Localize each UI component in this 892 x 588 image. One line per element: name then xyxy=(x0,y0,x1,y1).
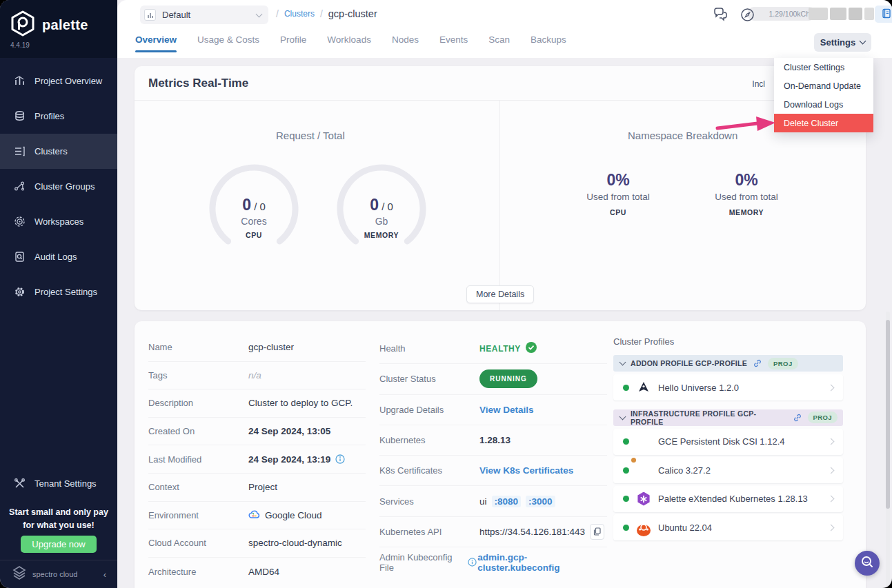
row-label: Last Modified xyxy=(148,454,248,465)
tab-usage-costs[interactable]: Usage & Costs xyxy=(197,28,259,54)
row-label: Kubernetes API xyxy=(379,527,479,537)
profile-group-title: INFRASTRUCTURE PROFILE GCP-PROFILE xyxy=(631,409,787,426)
user-menu-redacted[interactable] xyxy=(849,8,862,20)
tab-backups[interactable]: Backups xyxy=(531,28,566,54)
chevron-right-icon xyxy=(828,384,835,391)
service-port-link[interactable]: :8080 xyxy=(492,496,522,507)
memory-request-value: 0 xyxy=(370,196,379,214)
settings-dropdown: Cluster Settings On-Demand Update Downlo… xyxy=(774,58,873,132)
status-dot xyxy=(623,525,629,531)
meta-row-modified: Last Modified 24 Sep 2024, 13:19 xyxy=(148,445,366,474)
profile-group-addon[interactable]: ADDON PROFILE GCP-PROFILE PROJ xyxy=(613,355,843,372)
hello-universe-icon xyxy=(637,381,651,394)
row-label: Admin Kubeconfig File xyxy=(379,552,464,573)
kubeconfig-download-link[interactable]: admin.gcp-cluster.kubeconfig xyxy=(477,552,607,573)
pack-row-pxk[interactable]: Palette eXtended Kubernetes 1.28.13 xyxy=(613,486,843,512)
settings-button-label: Settings xyxy=(820,37,855,48)
sidebar-item-audit-logs[interactable]: Audit Logs xyxy=(0,239,117,274)
compass-icon[interactable] xyxy=(740,8,755,22)
sidebar-item-tenant-settings[interactable]: Tenant Settings xyxy=(0,467,117,499)
chevron-right-icon xyxy=(828,438,835,445)
health-value: HEALTHY xyxy=(479,344,521,354)
page-scrollbar-thumb[interactable] xyxy=(886,320,890,509)
metrics-title: Metrics Real-Time xyxy=(148,77,248,90)
clusters-icon xyxy=(14,145,26,157)
view-details-link[interactable]: View Details xyxy=(479,405,534,415)
network-icon xyxy=(14,181,26,192)
tab-events[interactable]: Events xyxy=(439,28,468,54)
user-menu-redacted[interactable] xyxy=(830,8,846,20)
cluster-tabs: Overview Usage & Costs Profile Workloads… xyxy=(135,28,566,54)
tab-nodes[interactable]: Nodes xyxy=(392,28,419,54)
pack-row-gce-disk[interactable]: GCE Persistent Disk CSI 1.12.4 xyxy=(613,429,843,455)
row-label: Context xyxy=(148,482,248,492)
sidebar-item-label: Project Overview xyxy=(34,76,102,86)
settings-button[interactable]: Settings xyxy=(814,33,871,52)
tab-workloads[interactable]: Workloads xyxy=(327,28,371,54)
service-port-link[interactable]: :3000 xyxy=(526,496,555,507)
row-value: 24 Sep 2024, 13:19 xyxy=(248,454,330,465)
cluster-profiles-panel: Cluster Profiles ADDON PROFILE GCP-PROFI… xyxy=(613,336,843,543)
project-chart-icon xyxy=(144,9,156,21)
status-row-kubeconfig: Admin Kubeconfig File admin.gcp-cluster.… xyxy=(379,547,607,578)
chevron-down-icon xyxy=(620,413,626,420)
info-icon[interactable] xyxy=(468,558,477,567)
namespace-memory-stat: 0% Used from total MEMORY xyxy=(691,171,802,216)
cluster-profiles-heading: Cluster Profiles xyxy=(613,336,843,347)
pack-name: Ubuntu 22.04 xyxy=(658,523,821,533)
sidebar-item-project-overview[interactable]: Project Overview xyxy=(0,63,117,99)
meta-row-created: Created On 24 Sep 2024, 13:05 xyxy=(148,418,366,446)
row-value: Project xyxy=(248,482,277,492)
app-window: palette 4.4.19 Project Overview Profiles… xyxy=(0,0,892,588)
pack-row-hello-universe[interactable]: Hello Universe 1.2.0 xyxy=(613,374,843,401)
sidebar-item-clusters[interactable]: Clusters xyxy=(0,134,117,169)
sidebar-item-cluster-groups[interactable]: Cluster Groups xyxy=(0,169,117,204)
status-row-api: Kubernetes API https://34.54.126.181:443 xyxy=(379,517,607,547)
sidebar-item-workspaces[interactable]: Workspaces xyxy=(0,204,117,239)
namespace-memory-caption: MEMORY xyxy=(691,208,802,216)
row-label: Environment xyxy=(148,510,248,520)
pack-name: GCE Persistent Disk CSI 1.12.4 xyxy=(658,436,821,447)
meta-row-description: Description Cluster to deploy to GCP. xyxy=(148,389,366,418)
tab-scan[interactable]: Scan xyxy=(488,28,510,54)
project-selector[interactable]: Default xyxy=(140,6,268,24)
sidebar-item-project-settings[interactable]: Project Settings xyxy=(0,274,117,310)
tab-profile[interactable]: Profile xyxy=(280,28,306,54)
pack-row-ubuntu[interactable]: Ubuntu 22.04 xyxy=(613,514,843,540)
status-row-kubernetes: Kubernetes 1.28.13 xyxy=(379,425,607,456)
status-row-health: Health HEALTHY xyxy=(379,334,607,364)
palette-logo-icon xyxy=(9,10,37,40)
view-certificates-link[interactable]: View K8s Certificates xyxy=(479,465,573,476)
upgrade-now-button[interactable]: Upgrade now xyxy=(21,536,97,553)
copy-icon[interactable] xyxy=(590,524,604,540)
info-icon[interactable] xyxy=(335,454,345,464)
feedback-chat-icon[interactable] xyxy=(712,6,729,23)
help-widget-button[interactable] xyxy=(855,551,880,576)
breadcrumb-separator: / xyxy=(320,8,323,19)
audit-doc-icon xyxy=(14,251,26,263)
pack-row-calico[interactable]: Calico 3.27.2 xyxy=(613,457,843,483)
profile-group-infrastructure[interactable]: INFRASTRUCTURE PROFILE GCP-PROFILE PROJ xyxy=(613,409,843,426)
docs-button[interactable]: Docs xyxy=(875,6,892,23)
more-details-button[interactable]: More Details xyxy=(466,285,534,303)
memory-total-value: / 0 xyxy=(381,201,393,212)
menu-item-cluster-settings[interactable]: Cluster Settings xyxy=(774,58,873,77)
top-header: Default / Clusters / gcp-cluster 1.29/10… xyxy=(117,0,892,58)
menu-item-delete-cluster[interactable]: Delete Cluster xyxy=(774,114,873,132)
breadcrumb-link-clusters[interactable]: Clusters xyxy=(284,9,315,19)
menu-item-download-logs[interactable]: Download Logs xyxy=(774,95,873,114)
collapse-sidebar-icon[interactable]: ‹ xyxy=(103,569,106,580)
usage-quota-pill[interactable]: 1.29/100kCh xyxy=(747,7,816,21)
status-row-services: Services ui :8080 :3000 xyxy=(379,486,607,516)
cpu-total-value: / 0 xyxy=(254,201,266,212)
sidebar-item-profiles[interactable]: Profiles xyxy=(0,99,117,134)
chevron-down-icon xyxy=(256,10,263,17)
layers-icon xyxy=(14,110,26,122)
user-menu-redacted[interactable] xyxy=(864,8,874,20)
menu-item-on-demand-update[interactable]: On-Demand Update xyxy=(774,77,873,95)
user-menu-redacted[interactable] xyxy=(809,8,828,20)
status-dot xyxy=(623,438,629,445)
meta-row-tags: Tags n/a xyxy=(148,362,366,390)
cpu-gauge: 0 / 0 Cores CPU xyxy=(209,164,299,256)
tab-overview[interactable]: Overview xyxy=(135,28,177,54)
